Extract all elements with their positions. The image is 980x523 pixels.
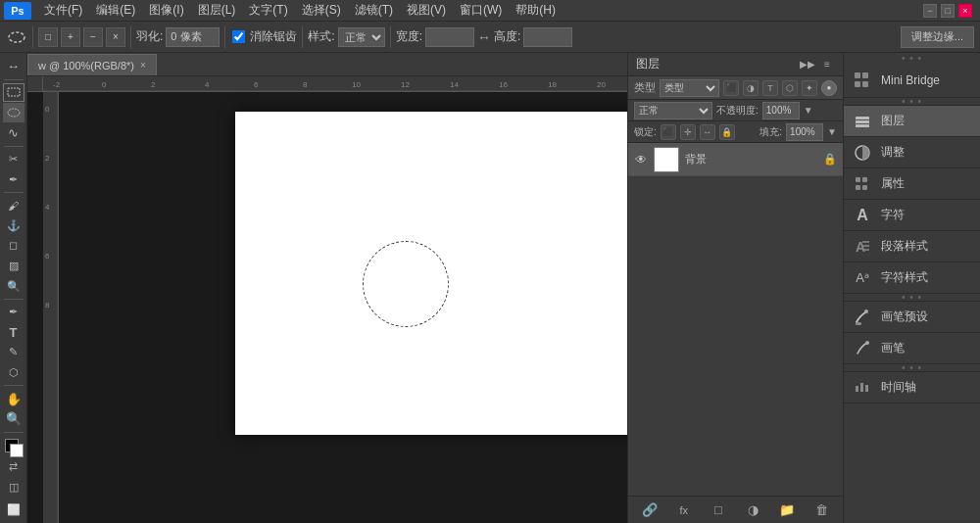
- restore-button[interactable]: □: [941, 4, 955, 18]
- svg-text:20: 20: [597, 80, 606, 89]
- opacity-dropdown-icon[interactable]: ▼: [804, 105, 813, 116]
- toolbar-add-btn[interactable]: +: [61, 27, 80, 47]
- tool-clone[interactable]: ⚓: [3, 215, 24, 235]
- close-button[interactable]: ×: [958, 4, 972, 18]
- svg-text:0: 0: [45, 105, 50, 114]
- menu-text[interactable]: 文字(T): [242, 0, 294, 21]
- right-panel-item-brush[interactable]: 画笔: [844, 333, 980, 364]
- lock-move-btn[interactable]: ↔: [700, 124, 715, 140]
- tool-hand[interactable]: ✋: [3, 389, 24, 408]
- style-select[interactable]: 正常: [338, 27, 385, 47]
- tool-path-select[interactable]: ✎: [3, 343, 24, 362]
- svg-point-2: [8, 109, 20, 117]
- footer-folder-btn[interactable]: 📁: [777, 500, 797, 520]
- screen-mode-btn[interactable]: ⬜: [3, 499, 24, 519]
- tool-eyedropper[interactable]: ✒: [3, 169, 24, 189]
- filter-type-select[interactable]: 类型: [660, 79, 719, 97]
- footer-delete-btn[interactable]: 🗑: [811, 500, 831, 520]
- menu-window[interactable]: 窗口(W): [453, 0, 509, 21]
- tool-pen[interactable]: ✒: [3, 303, 24, 322]
- menu-filter[interactable]: 滤镜(T): [348, 0, 400, 21]
- height-input[interactable]: [523, 27, 572, 47]
- tool-marquee-rect[interactable]: [3, 83, 24, 103]
- svg-text:16: 16: [499, 80, 508, 89]
- tool-marquee-ellipse[interactable]: [3, 103, 24, 122]
- svg-rect-23: [862, 72, 868, 78]
- switch-colors-icon[interactable]: ⇄: [3, 457, 24, 477]
- canvas-viewport[interactable]: [59, 92, 627, 523]
- tool-brush[interactable]: 🖌: [3, 196, 24, 215]
- right-panel-item-character[interactable]: A 字符: [844, 200, 980, 231]
- toolbar-intersect-btn[interactable]: ×: [106, 27, 125, 47]
- lock-pixel-btn[interactable]: ⬛: [661, 124, 676, 140]
- paragraph-label: 段落样式: [881, 238, 928, 255]
- filter-pixel-icon[interactable]: ⬛: [723, 80, 739, 96]
- footer-link-btn[interactable]: 🔗: [640, 500, 660, 520]
- opacity-input[interactable]: [762, 102, 800, 119]
- anti-alias-checkbox[interactable]: [232, 30, 245, 43]
- width-input[interactable]: [425, 27, 474, 47]
- right-panel-item-mini-bridge[interactable]: Mini Bridge: [844, 63, 980, 98]
- layers-icon: [852, 111, 873, 132]
- tab-bar: w @ 100%(RGB/8*) ×: [27, 53, 627, 76]
- tool-move[interactable]: ↔: [3, 57, 24, 76]
- tool-dodge[interactable]: 🔍: [3, 276, 24, 296]
- right-panel-item-adjustments[interactable]: 调整: [844, 137, 980, 168]
- filter-text-icon[interactable]: T: [762, 80, 778, 96]
- right-panel-item-char-style[interactable]: Aᵃ 字符样式: [844, 262, 980, 294]
- layer-visibility-icon[interactable]: 👁: [634, 153, 648, 166]
- layers-panel-menu-icon[interactable]: ≡: [819, 57, 835, 72]
- tool-gradient[interactable]: ▨: [3, 257, 24, 276]
- feather-input[interactable]: [166, 27, 220, 47]
- toolbar-sub-btn[interactable]: −: [83, 27, 103, 47]
- toolbar-sep-2: [130, 26, 131, 48]
- layers-footer: 🔗 fx □ ◑ 📁 🗑: [628, 496, 843, 523]
- menu-file[interactable]: 文件(F): [37, 0, 89, 21]
- toolbar-new-layer-btn[interactable]: □: [38, 27, 58, 47]
- char-style-label: 字符样式: [881, 269, 928, 286]
- tool-zoom[interactable]: 🔍: [3, 409, 24, 429]
- blend-mode-select[interactable]: 正常: [634, 102, 712, 119]
- menu-edit[interactable]: 编辑(E): [89, 0, 142, 21]
- filter-toggle[interactable]: ●: [821, 80, 837, 96]
- menu-layer[interactable]: 图层(L): [191, 0, 243, 21]
- layer-row[interactable]: 👁 背景 🔒: [628, 143, 843, 176]
- tool-lasso[interactable]: ∿: [3, 123, 24, 143]
- footer-adjustment-btn[interactable]: ◑: [743, 500, 762, 520]
- right-panel-item-paragraph[interactable]: A 段落样式: [844, 231, 980, 262]
- svg-rect-31: [862, 177, 867, 182]
- canvas-tab[interactable]: w @ 100%(RGB/8*) ×: [27, 54, 157, 75]
- filter-shape-icon[interactable]: ⬡: [782, 80, 798, 96]
- right-panel-item-layers[interactable]: 图层: [844, 106, 980, 137]
- menu-view[interactable]: 视图(V): [400, 0, 453, 21]
- menu-select[interactable]: 选择(S): [295, 0, 348, 21]
- svg-text:18: 18: [548, 80, 557, 89]
- lock-position-btn[interactable]: ✛: [680, 124, 696, 140]
- fill-dropdown-icon[interactable]: ▼: [827, 126, 837, 137]
- tool-eraser[interactable]: ◻: [3, 236, 24, 256]
- menu-help[interactable]: 帮助(H): [509, 0, 563, 21]
- footer-mask-btn[interactable]: □: [709, 500, 728, 520]
- layers-panel-expand-icon[interactable]: ▶▶: [800, 57, 815, 72]
- tool-crop[interactable]: ✂: [3, 150, 24, 169]
- tool-type[interactable]: T: [3, 322, 24, 342]
- tool-shape[interactable]: ⬡: [3, 363, 24, 383]
- filter-adjust-icon[interactable]: ◑: [743, 80, 759, 96]
- layers-panel: 图层 ▶▶ ≡ 类型 类型 ⬛ ◑ T ⬡ ✦ ● 正常 不透明度:: [627, 53, 843, 523]
- mini-bridge-label: Mini Bridge: [881, 73, 940, 87]
- layers-panel-label: 图层: [881, 113, 905, 129]
- minimize-button[interactable]: −: [923, 4, 937, 18]
- menu-image[interactable]: 图像(I): [142, 0, 190, 21]
- footer-fx-btn[interactable]: fx: [674, 500, 694, 520]
- filter-smart-icon[interactable]: ✦: [802, 80, 817, 96]
- tab-close-icon[interactable]: ×: [140, 60, 146, 71]
- right-panel-item-properties[interactable]: 属性: [844, 168, 980, 200]
- right-panel-item-brush-preset[interactable]: 画笔预设: [844, 302, 980, 333]
- lock-all-btn[interactable]: 🔒: [719, 124, 735, 140]
- right-panel-item-timeline[interactable]: 时间轴: [844, 372, 980, 404]
- tool-sep-3: [4, 192, 24, 193]
- quick-mask-btn[interactable]: ◫: [3, 478, 24, 498]
- foreground-color[interactable]: [3, 437, 24, 456]
- fill-input[interactable]: [786, 123, 823, 141]
- adjust-edge-button[interactable]: 调整边缘...: [901, 26, 974, 48]
